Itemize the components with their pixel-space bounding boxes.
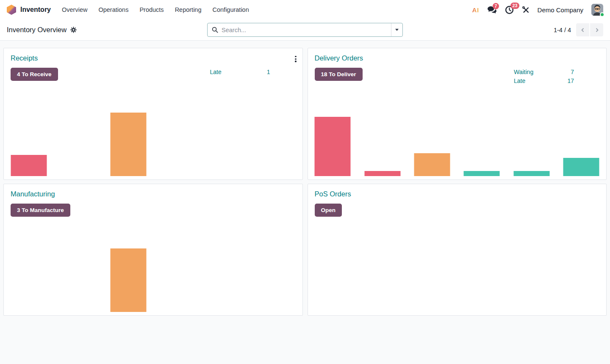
messages-button[interactable]: 7 <box>487 6 497 14</box>
card-delivery-orders: Delivery Orders 18 To Deliver Waiting 7 … <box>308 48 607 180</box>
pager-value[interactable]: 1-4 / 4 <box>554 27 571 33</box>
ai-icon[interactable]: AI <box>472 6 479 14</box>
card-stats: Late 1 <box>210 68 270 77</box>
search-input[interactable] <box>218 27 391 33</box>
company-switcher[interactable]: Demo Company <box>538 6 583 14</box>
menu-item-reporting[interactable]: Reporting <box>175 0 202 19</box>
receipts-bar-chart <box>4 108 302 176</box>
to-manufacture-button[interactable]: 3 To Manufacture <box>11 204 70 217</box>
app-name[interactable]: Inventory <box>20 6 51 14</box>
card-stats: Waiting 7 Late 17 <box>514 68 574 85</box>
chart-bar[interactable] <box>464 171 500 176</box>
open-button[interactable]: Open <box>315 204 342 217</box>
chevron-right-icon <box>594 28 599 33</box>
menu-item-operations[interactable]: Operations <box>98 0 128 19</box>
to-receive-button[interactable]: 4 To Receive <box>11 68 58 81</box>
control-panel: Inventory Overview 1-4 / 4 <box>0 19 610 41</box>
online-status-dot <box>600 12 604 17</box>
chevron-down-icon <box>395 29 399 31</box>
chart-bar[interactable] <box>513 171 549 176</box>
stat-late[interactable]: Late 17 <box>514 77 574 85</box>
crossed-tools-icon <box>522 6 530 14</box>
card-pos-orders: PoS Orders Open <box>308 184 607 316</box>
activities-button[interactable]: 23 <box>505 6 514 14</box>
stat-label: Late <box>210 68 222 77</box>
pager: 1-4 / 4 <box>554 23 603 36</box>
messages-badge: 7 <box>493 3 499 10</box>
chart-bar[interactable] <box>315 117 351 176</box>
odoo-app-logo[interactable] <box>7 5 16 15</box>
card-receipts: Receipts 4 To Receive Late 1 <box>3 48 303 180</box>
pager-next-button[interactable] <box>590 23 603 36</box>
search-dropdown-toggle[interactable] <box>391 23 402 36</box>
stat-value: 1 <box>267 68 270 77</box>
chart-bar[interactable] <box>364 171 400 176</box>
main-menu: Overview Operations Products Reporting C… <box>62 0 249 19</box>
pager-previous-button[interactable] <box>576 23 589 36</box>
chart-bar[interactable] <box>414 153 450 176</box>
manufacturing-bar-chart <box>4 244 302 312</box>
systray: AI 7 23 Demo Company <box>472 4 603 16</box>
card-title[interactable]: Delivery Orders <box>315 54 363 62</box>
delivery-bar-chart <box>308 108 607 176</box>
chart-bar[interactable] <box>11 155 47 176</box>
chart-bar[interactable] <box>110 248 146 312</box>
stat-label: Late <box>514 77 525 85</box>
card-title[interactable]: Manufacturing <box>11 190 55 198</box>
activities-badge: 23 <box>510 3 520 9</box>
menu-item-overview[interactable]: Overview <box>62 0 87 19</box>
tools-button[interactable] <box>522 6 530 14</box>
stat-value: 17 <box>567 77 574 85</box>
stat-label: Waiting <box>514 68 533 77</box>
menu-item-products[interactable]: Products <box>139 0 164 19</box>
card-manufacturing: Manufacturing 3 To Manufacture <box>3 184 303 316</box>
kebab-menu-icon[interactable] <box>294 55 297 63</box>
top-navbar: Inventory Overview Operations Products R… <box>0 0 610 19</box>
page-title: Inventory Overview <box>7 26 67 34</box>
gear-icon[interactable] <box>70 27 77 33</box>
chart-bar[interactable] <box>110 113 146 176</box>
search-bar <box>207 23 403 37</box>
stat-late[interactable]: Late 1 <box>210 68 270 77</box>
stat-waiting[interactable]: Waiting 7 <box>514 68 574 77</box>
stat-value: 7 <box>571 68 574 77</box>
search-icon <box>208 27 218 33</box>
card-title[interactable]: Receipts <box>11 54 38 62</box>
chevron-left-icon <box>580 28 585 33</box>
breadcrumb: Inventory Overview <box>7 26 77 34</box>
user-avatar[interactable] <box>591 4 603 16</box>
overview-kanban: Receipts 4 To Receive Late 1 Delivery Or… <box>3 48 607 316</box>
chart-bar[interactable] <box>563 158 599 176</box>
pos-bar-chart <box>308 244 607 312</box>
card-title[interactable]: PoS Orders <box>315 190 351 198</box>
to-deliver-button[interactable]: 18 To Deliver <box>315 68 363 81</box>
menu-item-configuration[interactable]: Configuration <box>213 0 249 19</box>
